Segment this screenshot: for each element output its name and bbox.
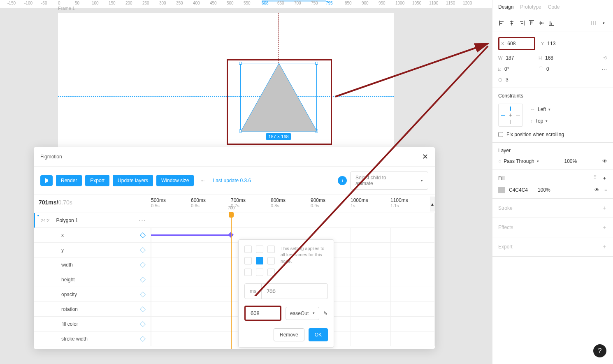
- property-row-x[interactable]: x: [34, 228, 435, 243]
- ruler-tick: 900: [362, 1, 369, 5]
- layer-name: Polygon 1: [56, 218, 78, 223]
- h-field[interactable]: H 168: [539, 55, 576, 61]
- fill-swatch[interactable]: [498, 187, 505, 193]
- anchor-ml[interactable]: [244, 257, 252, 264]
- w-field[interactable]: W 187: [498, 55, 535, 61]
- export-section: Export ＋: [492, 237, 613, 257]
- fill-hex[interactable]: C4C4C4: [509, 187, 528, 193]
- anchor-tr[interactable]: [267, 246, 275, 253]
- anchor-bl[interactable]: [244, 269, 252, 276]
- constraints-title: Constraints: [498, 93, 523, 99]
- last-update-label[interactable]: Last update 0.3.6: [213, 178, 251, 183]
- window-size-button[interactable]: Window size: [156, 175, 194, 186]
- timeline-ticks[interactable]: ▲ 500ms0.5s600ms0.6s700ms0.7s800ms0.8s90…: [151, 195, 435, 213]
- layer-opacity-value[interactable]: 100%: [564, 158, 577, 164]
- property-row-fill-color[interactable]: fill color: [34, 317, 435, 332]
- visibility-icon[interactable]: 👁: [602, 158, 607, 164]
- vertices-field[interactable]: ⬡ 3: [498, 77, 535, 83]
- timeline-scroll-up[interactable]: ▲: [430, 197, 435, 211]
- shape-selection-bounds[interactable]: 187 × 168: [240, 63, 317, 131]
- play-button[interactable]: [40, 175, 53, 186]
- remove-keyframe-button[interactable]: Remove: [274, 328, 304, 341]
- animate-child-select[interactable]: Select child to animate ▾: [350, 172, 428, 190]
- anchor-tl[interactable]: [244, 246, 252, 253]
- rotation-field[interactable]: ⟀ 0°: [498, 66, 535, 72]
- timeline-playhead[interactable]: 700: [231, 213, 232, 349]
- layer-row-polygon-1[interactable]: 24:2 Polygon 1 ···: [34, 213, 435, 228]
- ms-value[interactable]: 700: [262, 288, 281, 294]
- anchor-br[interactable]: [267, 269, 275, 276]
- frame-label: Frame 1: [58, 6, 75, 11]
- anchor-mr[interactable]: [267, 257, 275, 264]
- export-button[interactable]: Export: [85, 175, 109, 186]
- x-field[interactable]: X 608: [498, 37, 535, 50]
- add-keyframe-icon[interactable]: [140, 336, 146, 341]
- corner-radius-field[interactable]: ⌒ 0: [539, 66, 576, 72]
- timeline-tick: 1100ms1.1s: [390, 197, 408, 208]
- link-wh-icon[interactable]: ⟲: [603, 55, 607, 61]
- add-keyframe-icon[interactable]: [140, 306, 146, 312]
- close-icon[interactable]: ✕: [422, 152, 428, 161]
- more-options-icon[interactable]: ···: [197, 176, 208, 185]
- add-keyframe-icon[interactable]: [140, 262, 146, 267]
- blend-mode-dropdown[interactable]: ○Pass Through▾: [498, 158, 539, 164]
- property-row-y[interactable]: y: [34, 243, 435, 257]
- anchor-tc[interactable]: [256, 246, 263, 253]
- add-effect-icon[interactable]: ＋: [601, 224, 607, 231]
- constraints-control[interactable]: ＋: [498, 104, 523, 127]
- y-field[interactable]: Y 113: [541, 41, 578, 46]
- keyframe-time-input[interactable]: ms 700: [244, 283, 328, 299]
- ruler-tick: -50: [41, 1, 47, 5]
- constraint-h-dropdown[interactable]: ↔Left▾: [530, 107, 550, 112]
- align-more-chevron-icon[interactable]: ▾: [600, 19, 607, 27]
- fill-styles-icon[interactable]: ⠿: [593, 174, 597, 182]
- add-export-icon[interactable]: ＋: [601, 243, 607, 250]
- easing-dropdown[interactable]: easeOut▾: [286, 307, 319, 320]
- playhead-handle[interactable]: [229, 212, 234, 218]
- fill-opacity[interactable]: 100%: [538, 187, 550, 193]
- property-row-stroke-width[interactable]: stroke width: [34, 332, 435, 346]
- property-row-width[interactable]: width: [34, 257, 435, 272]
- update-layers-button[interactable]: Update layers: [113, 175, 153, 186]
- align-left-icon[interactable]: [498, 19, 506, 27]
- add-stroke-icon[interactable]: ＋: [601, 204, 607, 212]
- align-vcenter-icon[interactable]: [538, 19, 545, 27]
- align-top-icon[interactable]: [528, 19, 535, 27]
- anchor-description: This setting applies to all keyframes fo…: [281, 246, 328, 276]
- edit-easing-icon[interactable]: ✎: [323, 311, 327, 316]
- align-right-icon[interactable]: [518, 19, 525, 27]
- align-hcenter-icon[interactable]: [508, 19, 515, 27]
- anchor-bc[interactable]: [256, 269, 263, 276]
- help-button[interactable]: ?: [593, 344, 606, 357]
- ok-button[interactable]: OK: [309, 328, 328, 341]
- add-keyframe-icon[interactable]: [140, 276, 146, 282]
- render-button[interactable]: Render: [56, 175, 82, 186]
- tab-design[interactable]: Design: [498, 4, 513, 10]
- remove-fill-icon[interactable]: −: [604, 187, 607, 193]
- align-bottom-icon[interactable]: [548, 19, 555, 27]
- add-keyframe-icon[interactable]: [140, 321, 146, 327]
- tab-code[interactable]: Code: [548, 4, 560, 10]
- add-keyframe-icon[interactable]: [140, 232, 146, 238]
- anchor-point-grid[interactable]: [244, 246, 275, 276]
- constraint-v-dropdown[interactable]: ↕Top▾: [530, 118, 550, 124]
- triangle-shape[interactable]: [241, 63, 317, 132]
- info-icon[interactable]: i: [338, 176, 347, 185]
- keyframe-value-input[interactable]: 608: [244, 306, 281, 321]
- distribute-icon[interactable]: [590, 19, 597, 27]
- ruler-tick: 950: [378, 1, 385, 5]
- add-fill-icon[interactable]: ＋: [602, 174, 607, 182]
- fill-visibility-icon[interactable]: 👁: [594, 187, 599, 193]
- property-row-height[interactable]: height: [34, 272, 435, 287]
- w-label: W: [498, 56, 502, 60]
- fix-position-checkbox[interactable]: Fix position when scrolling: [498, 132, 607, 137]
- layer-options-icon[interactable]: ···: [139, 216, 146, 225]
- tween-bar[interactable]: [151, 234, 231, 236]
- anchor-mc[interactable]: [256, 257, 263, 264]
- add-keyframe-icon[interactable]: [140, 247, 146, 253]
- more-transform-icon[interactable]: ···: [602, 66, 607, 72]
- property-row-opacity[interactable]: opacity: [34, 287, 435, 302]
- tab-prototype[interactable]: Prototype: [520, 4, 541, 10]
- property-row-rotation[interactable]: rotation: [34, 302, 435, 317]
- add-keyframe-icon[interactable]: [140, 291, 146, 297]
